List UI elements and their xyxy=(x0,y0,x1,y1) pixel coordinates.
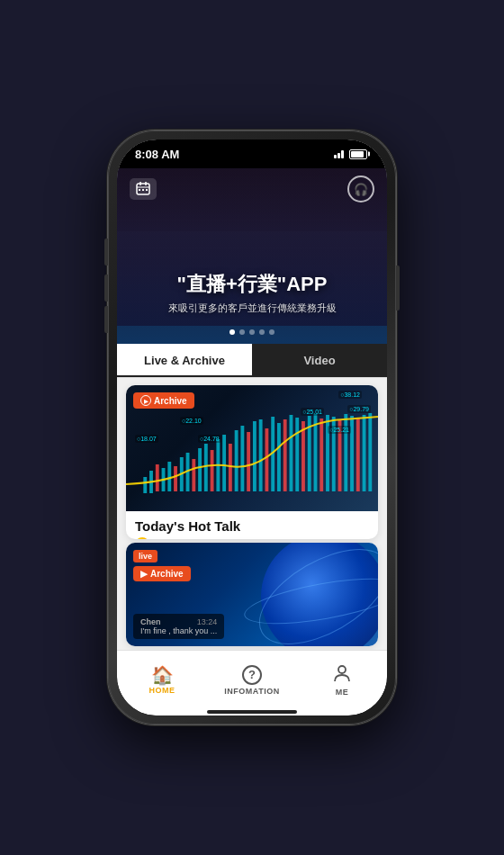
svg-rect-12 xyxy=(174,466,177,491)
status-bar: 8:08 AM xyxy=(117,140,387,168)
svg-rect-4 xyxy=(139,189,140,191)
phone-inner: 8:08 AM xyxy=(117,140,387,716)
svg-rect-17 xyxy=(204,444,208,491)
info-label: INFOMATION xyxy=(224,687,279,696)
status-icons xyxy=(332,149,367,159)
tab-live-archive[interactable]: Live & Archive xyxy=(117,344,252,377)
me-icon xyxy=(332,663,352,686)
me-label: ME xyxy=(336,688,349,697)
svg-rect-27 xyxy=(265,428,268,491)
archive-badge-1: ▶ Archive xyxy=(133,392,194,409)
svg-rect-20 xyxy=(222,435,226,491)
card-meta-hot-talk: 陳 Mr. Chen | 13-04 09:30 xyxy=(135,537,369,539)
card-title-hot-talk: Today's Hot Talk xyxy=(135,518,369,534)
hero-subtitle: 來吸引更多的客戶並進行傳統業務升級 xyxy=(135,302,369,315)
hero-banner: 🎧 "直播+行業"APP 來吸引更多的客戶並進行傳統業務升級 xyxy=(117,168,387,344)
price-2521: ○25.21 xyxy=(328,426,351,434)
svg-rect-30 xyxy=(284,419,287,491)
nav-me[interactable]: ME xyxy=(297,658,387,697)
calendar-icon xyxy=(136,182,150,196)
card-second-image: live ▶ Archive Chen 13:24 I'm fine , xyxy=(126,543,378,646)
info-icon: ? xyxy=(242,665,262,685)
hero-icons-row: 🎧 xyxy=(117,176,387,202)
price-2210: ○22.10 xyxy=(180,417,203,425)
chat-overlay: Chen 13:24 I'm fine , thank you ... xyxy=(133,614,224,639)
archive-badge-2: ▶ Archive xyxy=(133,566,191,581)
svg-rect-29 xyxy=(277,423,281,491)
status-time: 8:08 AM xyxy=(135,148,179,161)
headset-icon: 🎧 xyxy=(354,183,368,196)
dot-2[interactable] xyxy=(239,329,245,335)
dot-1[interactable] xyxy=(230,329,235,335)
svg-rect-22 xyxy=(235,430,238,491)
tabs-bar: Live & Archive Video xyxy=(117,344,387,378)
content-area: ▶ Archive xyxy=(117,378,387,650)
chat-text: I'm fine , thank you ... xyxy=(140,626,217,635)
play-circle-icon-2: ▶ xyxy=(140,569,148,579)
svg-rect-25 xyxy=(253,421,256,491)
play-circle-icon: ▶ xyxy=(140,395,151,406)
carousel-dots xyxy=(117,329,387,335)
card-hot-talk[interactable]: ▶ Archive xyxy=(126,385,378,539)
wifi-icon xyxy=(332,149,345,158)
hero-title: "直播+行業"APP xyxy=(135,271,369,298)
price-2501: ○25.01 xyxy=(301,408,324,416)
nav-home[interactable]: 🏠 HOME xyxy=(117,661,207,695)
card-globe[interactable]: live ▶ Archive Chen 13:24 I'm fine , xyxy=(126,543,378,646)
price-38: ○38.12 xyxy=(338,391,362,399)
calendar-button[interactable] xyxy=(130,178,157,200)
svg-point-45 xyxy=(338,666,346,673)
phone-frame: 8:08 AM xyxy=(108,130,396,724)
home-icon: 🏠 xyxy=(151,666,174,684)
svg-rect-21 xyxy=(229,444,232,491)
svg-rect-31 xyxy=(290,415,293,491)
svg-rect-5 xyxy=(142,189,144,191)
price-2979: ○29.79 xyxy=(347,405,371,413)
nav-information[interactable]: ? INFOMATION xyxy=(207,660,297,696)
card-image-hot-talk: ▶ Archive xyxy=(126,385,378,511)
svg-rect-43 xyxy=(363,415,366,491)
support-button[interactable]: 🎧 xyxy=(347,176,374,202)
svg-rect-15 xyxy=(192,459,195,491)
chat-time: 13:24 xyxy=(197,617,218,626)
home-label: HOME xyxy=(149,686,176,695)
svg-rect-24 xyxy=(247,432,250,491)
home-indicator xyxy=(117,711,387,716)
tab-video[interactable]: Video xyxy=(252,344,387,377)
bottom-nav: 🏠 HOME ? INFOMATION ME xyxy=(117,650,387,711)
presenter-avatar: 陳 xyxy=(135,537,149,539)
svg-rect-23 xyxy=(240,426,244,491)
tab-live-archive-label: Live & Archive xyxy=(144,354,225,367)
svg-rect-11 xyxy=(167,462,171,491)
svg-rect-16 xyxy=(198,448,202,491)
tab-video-label: Video xyxy=(303,354,335,367)
person-svg xyxy=(332,663,352,683)
svg-rect-33 xyxy=(302,421,305,491)
dot-5[interactable] xyxy=(269,329,274,335)
price-1807: ○18.07 xyxy=(135,435,158,443)
svg-rect-44 xyxy=(368,413,372,491)
svg-rect-9 xyxy=(156,464,159,491)
battery-fill xyxy=(351,151,364,158)
svg-rect-18 xyxy=(211,450,214,491)
hero-text-block: "直播+行業"APP 來吸引更多的客戶並進行傳統業務升級 xyxy=(117,271,387,315)
dot-3[interactable] xyxy=(249,329,255,335)
live-badge: live xyxy=(133,550,158,562)
home-bar xyxy=(207,710,297,714)
svg-rect-7 xyxy=(143,477,147,493)
archive-label-1: Archive xyxy=(154,396,187,406)
svg-rect-6 xyxy=(146,189,148,191)
svg-rect-32 xyxy=(295,418,299,491)
svg-rect-36 xyxy=(320,418,323,491)
live-label: live xyxy=(139,552,152,561)
screen: 8:08 AM xyxy=(117,140,387,716)
chat-user: Chen xyxy=(140,617,161,626)
card-info-hot-talk: Today's Hot Talk 陳 Mr. Chen | 13-04 09:3… xyxy=(126,511,378,539)
svg-rect-26 xyxy=(259,419,263,491)
battery-icon xyxy=(349,149,367,159)
dot-4[interactable] xyxy=(259,329,265,335)
archive-label-2: Archive xyxy=(150,569,184,579)
svg-rect-42 xyxy=(356,418,360,491)
price-2478: ○24.78 xyxy=(198,435,221,443)
